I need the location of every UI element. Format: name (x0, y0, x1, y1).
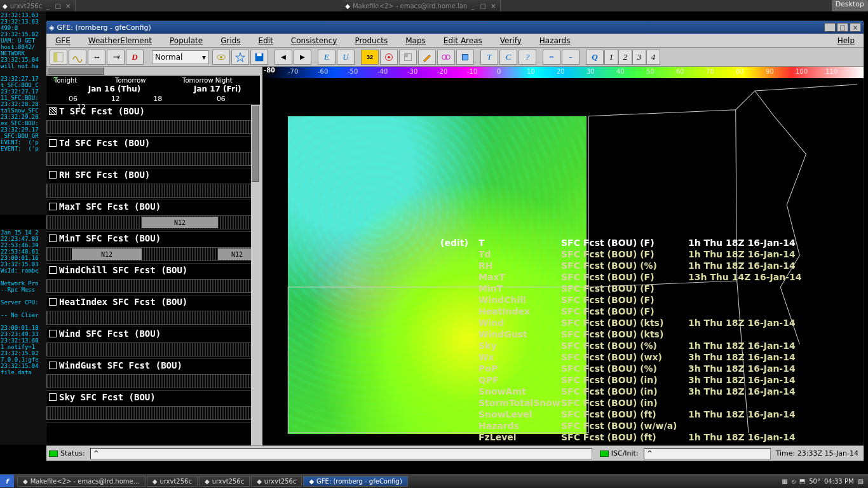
tool-box-icon[interactable] (456, 50, 474, 65)
menu-editareas[interactable]: Edit Areas (435, 36, 491, 45)
start-button[interactable]: f (0, 475, 14, 487)
grid-bar[interactable] (46, 374, 260, 388)
element-checkbox[interactable] (49, 139, 57, 147)
menu-products[interactable]: Products (346, 36, 397, 45)
wintab-urxvt[interactable]: ◆ urxvt256c _ □ × (0, 0, 76, 11)
tool-q-button[interactable]: Q (586, 50, 604, 65)
tool-4-button[interactable]: 4 (646, 50, 660, 65)
maximize-icon[interactable]: □ (53, 1, 62, 10)
tool-3-button[interactable]: 3 (632, 50, 646, 65)
v-scrollbar[interactable] (251, 105, 260, 445)
minimize-icon[interactable]: _ (43, 1, 52, 10)
taskbar-item[interactable]: ◆urxvt256c (147, 476, 198, 487)
spatial-editor-pane[interactable]: -80 -70-60-50-40-30-20-10010203040506070… (262, 67, 864, 445)
menu-gfe[interactable]: GFE (46, 36, 79, 45)
tool-grid-icon[interactable] (50, 50, 67, 65)
legend-row[interactable]: MaxTSFC Fcst (BOU) (F)13h Thu 14Z 16-Jan… (440, 271, 853, 283)
desktop-label[interactable]: Desktop (832, 0, 868, 11)
legend-row[interactable]: WxSFC Fcst (BOU) (wx)3h Thu 18Z 16-Jan-1… (440, 351, 853, 363)
weather-element-row[interactable]: WindChill SFC Fcst (BOU) (46, 264, 260, 295)
taskbar-item[interactable]: ◆urxvt256c (251, 476, 302, 487)
minimize-icon[interactable]: _ (468, 1, 477, 10)
tool-save-icon[interactable] (250, 50, 268, 65)
weather-element-row[interactable]: RH SFC Fcst (BOU) (46, 168, 260, 200)
menu-verify[interactable]: Verify (491, 36, 531, 45)
maximize-icon[interactable]: □ (478, 1, 487, 10)
tool-equals-button[interactable]: = (543, 50, 560, 65)
legend-row[interactable]: FzLevelSFC Fcst (BOU) (ft)1h Thu 18Z 16-… (440, 431, 853, 443)
grid-bar[interactable] (46, 342, 260, 356)
mode-select[interactable]: Normal▾ (152, 50, 209, 64)
tool-next-button[interactable]: ► (294, 50, 311, 65)
minimize-button[interactable]: _ (824, 23, 836, 32)
grid-chip[interactable]: N12 (218, 248, 256, 260)
close-icon[interactable]: × (489, 1, 498, 10)
tray-icon[interactable]: ⎋ (792, 478, 796, 485)
grid-bar[interactable] (46, 279, 260, 293)
taskbar-item[interactable]: ◆GFE: (romberg - gfeConfig) (303, 476, 407, 487)
close-icon[interactable]: × (64, 1, 72, 10)
tray-icon[interactable]: ▤ (858, 478, 864, 485)
scrollbar-thumb[interactable] (252, 105, 259, 182)
scrollbar-thumb[interactable] (47, 67, 104, 75)
h-scrollbar[interactable] (46, 67, 260, 76)
tool-c-button[interactable]: C (499, 50, 517, 65)
tool-question-button[interactable]: ? (519, 50, 536, 65)
weather-element-row[interactable]: MinT SFC Fcst (BOU)N12N12 (46, 232, 260, 264)
element-checkbox[interactable] (49, 266, 57, 274)
legend-row[interactable]: SnowLevelSFC Fcst (BOU) (ft)1h Thu 18Z 1… (440, 409, 853, 420)
menu-grids[interactable]: Grids (212, 36, 249, 45)
legend-row[interactable]: SkySFC Fcst (BOU) (%)1h Thu 18Z 16-Jan-1… (440, 340, 853, 351)
tool-cell-icon[interactable] (399, 50, 417, 65)
tool-star-icon[interactable] (231, 50, 249, 65)
weather-element-row[interactable]: Sky SFC Fcst (BOU) (46, 391, 260, 423)
legend-row[interactable]: HeatIndexSFC Fcst (BOU) (F) (440, 306, 853, 317)
grid-bar[interactable] (46, 152, 260, 166)
tool-u-button[interactable]: U (337, 50, 355, 65)
map-canvas[interactable]: (edit)TSFC Fcst (BOU) (F)1h Thu 18Z 16-J… (262, 78, 864, 445)
menu-hazards[interactable]: Hazards (531, 36, 580, 45)
tool-skip-icon[interactable]: ⇥ (107, 50, 125, 65)
menu-maps[interactable]: Maps (397, 36, 435, 45)
element-checkbox[interactable] (49, 234, 57, 242)
legend-row[interactable]: MinTSFC Fcst (BOU) (F) (440, 283, 853, 294)
legend-row[interactable]: PoPSFC Fcst (BOU) (%)3h Thu 18Z 16-Jan-1… (440, 363, 853, 374)
weather-element-row[interactable]: Wind SFC Fcst (BOU) (46, 327, 260, 359)
tool-harrow-icon[interactable]: ↔ (88, 50, 105, 65)
menu-populate[interactable]: Populate (161, 36, 212, 45)
legend-row[interactable]: StormTotalSnowSFC Fcst (BOU) (in) (440, 397, 853, 409)
wintab-emacs[interactable]: ◆ Makefile<2> - emacs@lrd.home.lan _ □ × (342, 0, 501, 11)
menu-consistency[interactable]: Consistency (282, 36, 346, 45)
tray-icon[interactable]: ▦ (782, 478, 787, 485)
weather-element-row[interactable]: MaxT SFC Fcst (BOU)N12 (46, 200, 260, 232)
legend-row[interactable]: QPFSFC Fcst (BOU) (in)3h Thu 18Z 16-Jan-… (440, 374, 853, 386)
legend-row[interactable]: WindChillSFC Fcst (BOU) (F) (440, 294, 853, 306)
legend-row[interactable]: HazardsSFC Fcst (BOU) (w/w/a) (440, 420, 853, 431)
grid-bar[interactable] (46, 120, 260, 134)
menu-edit[interactable]: Edit (250, 36, 282, 45)
tool-prev-button[interactable]: ◄ (275, 50, 292, 65)
element-checkbox[interactable] (49, 362, 57, 369)
element-checkbox[interactable] (49, 330, 57, 337)
close-button[interactable]: × (850, 23, 861, 32)
tool-32-button[interactable]: 32 (361, 50, 379, 65)
element-checkbox[interactable] (49, 298, 57, 306)
grid-chip[interactable]: N12 (72, 248, 142, 260)
legend-row[interactable]: SnowAmtSFC Fcst (BOU) (in)3h Thu 18Z 16-… (440, 386, 853, 397)
taskbar-item[interactable]: ◆Makefile<2> - emacs@lrd.home… (17, 476, 146, 487)
taskbar-item[interactable]: ◆urxvt256c (199, 476, 250, 487)
tool-wave-icon[interactable] (69, 50, 86, 65)
titlebar[interactable]: ◈ GFE: (romberg - gfeConfig) _ □ × (46, 21, 864, 34)
element-checkbox[interactable] (49, 393, 57, 401)
tray-icon[interactable]: ⬒ (799, 478, 805, 485)
weather-element-row[interactable]: HeatIndex SFC Fcst (BOU) (46, 295, 260, 327)
tool-concentric-icon[interactable] (437, 50, 455, 65)
grid-bar[interactable] (46, 311, 260, 325)
maximize-button[interactable]: □ (837, 23, 848, 32)
tool-t-button[interactable]: T (480, 50, 498, 65)
tool-target-icon[interactable] (380, 50, 398, 65)
legend-row[interactable]: WindGustSFC Fcst (BOU) (kts) (440, 329, 853, 340)
tool-2-button[interactable]: 2 (618, 50, 632, 65)
tool-1-button[interactable]: 1 (604, 50, 618, 65)
element-checkbox[interactable] (49, 107, 57, 115)
